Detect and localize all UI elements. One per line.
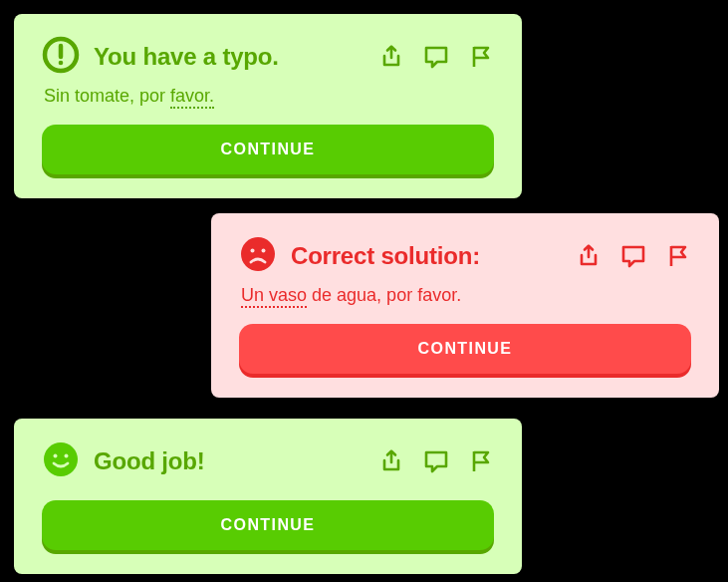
header-left: Correct solution: bbox=[239, 235, 480, 277]
flag-icon[interactable] bbox=[468, 44, 494, 70]
continue-button[interactable]: CONTINUE bbox=[42, 125, 494, 174]
solution-underline: favor. bbox=[170, 86, 214, 109]
card-title: Correct solution: bbox=[291, 242, 480, 270]
flag-icon[interactable] bbox=[665, 243, 691, 269]
share-icon[interactable] bbox=[378, 448, 404, 474]
card-title: You have a typo. bbox=[94, 43, 279, 71]
share-icon[interactable] bbox=[576, 243, 602, 269]
header-left: You have a typo. bbox=[42, 36, 279, 78]
svg-point-6 bbox=[44, 442, 78, 476]
svg-point-7 bbox=[54, 454, 58, 458]
card-title: Good job! bbox=[94, 447, 205, 475]
continue-button[interactable]: CONTINUE bbox=[42, 500, 494, 550]
card-actions bbox=[378, 44, 494, 70]
feedback-card-incorrect: Correct solution: bbox=[211, 213, 719, 398]
solution-text: Un vaso de agua, por favor. bbox=[239, 285, 691, 306]
smile-face-icon bbox=[42, 440, 80, 482]
comment-icon[interactable] bbox=[422, 448, 450, 474]
card-header: Correct solution: bbox=[239, 235, 691, 277]
comment-icon[interactable] bbox=[619, 243, 647, 269]
solution-pre: Sin tomate, por bbox=[44, 86, 170, 106]
feedback-card-typo: You have a typo. bbox=[14, 14, 522, 198]
feedback-card-correct: Good job! CONTINUE bbox=[14, 419, 522, 574]
solution-post: de agua, por favor. bbox=[307, 285, 461, 305]
comment-icon[interactable] bbox=[422, 44, 450, 70]
continue-button[interactable]: CONTINUE bbox=[239, 324, 691, 374]
card-actions bbox=[576, 243, 691, 269]
solution-text: Sin tomate, por favor. bbox=[42, 86, 494, 107]
svg-point-8 bbox=[65, 454, 69, 458]
solution-underline: Un vaso bbox=[241, 285, 307, 308]
frown-face-icon bbox=[239, 235, 277, 277]
svg-point-5 bbox=[262, 249, 266, 253]
header-left: Good job! bbox=[42, 440, 205, 482]
share-icon[interactable] bbox=[378, 44, 404, 70]
card-actions bbox=[378, 448, 494, 474]
card-header: You have a typo. bbox=[42, 36, 494, 78]
svg-point-2 bbox=[59, 61, 64, 66]
exclamation-circle-icon bbox=[42, 36, 80, 78]
card-header: Good job! bbox=[42, 440, 494, 482]
flag-icon[interactable] bbox=[468, 448, 494, 474]
svg-point-3 bbox=[241, 237, 275, 271]
svg-point-4 bbox=[251, 249, 255, 253]
